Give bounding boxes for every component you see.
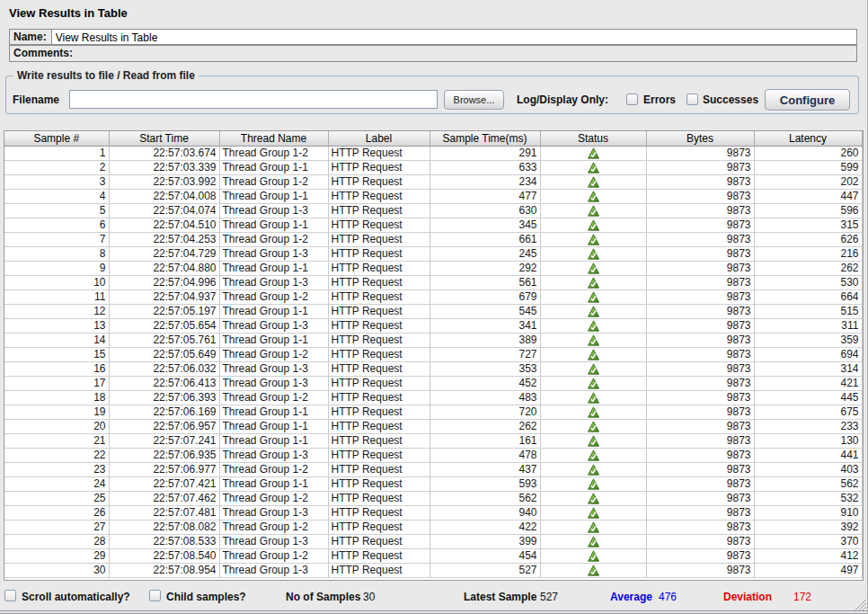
column-header-start-time[interactable]: Start Time (109, 131, 219, 146)
cell-status (540, 520, 646, 534)
resize-grip[interactable] (854, 598, 867, 612)
cell-status (540, 174, 646, 189)
table-row[interactable]: 15 22:57:05.649 Thread Group 1-2 HTTP Re… (4, 347, 862, 361)
table-row[interactable]: 29 22:57:08.540 Thread Group 1-2 HTTP Re… (4, 548, 862, 563)
cell-sample-time: 353 (430, 361, 540, 376)
table-viewport[interactable]: Sample # Start Time Thread Name Label Sa… (4, 130, 864, 581)
table-row[interactable]: 20 22:57:06.957 Thread Group 1-1 HTTP Re… (4, 419, 862, 433)
average-value: 476 (659, 591, 677, 603)
table-row[interactable]: 21 22:57:07.241 Thread Group 1-1 HTTP Re… (4, 433, 862, 448)
column-header-latency[interactable]: Latency (754, 131, 862, 146)
cell-label: HTTP Request (328, 146, 430, 160)
table-row[interactable]: 28 22:57:08.533 Thread Group 1-3 HTTP Re… (4, 534, 862, 548)
table-row[interactable]: 9 22:57:04.880 Thread Group 1-1 HTTP Req… (4, 261, 862, 275)
column-header-label[interactable]: Label (328, 131, 430, 146)
cell-label: HTTP Request (328, 390, 430, 405)
cell-label: HTTP Request (328, 534, 430, 548)
cell-sample-number: 23 (4, 462, 109, 476)
cell-sample-time: 633 (430, 160, 540, 174)
column-header-sample[interactable]: Sample # (4, 131, 109, 146)
cell-status (540, 246, 646, 261)
table-row[interactable]: 7 22:57:04.253 Thread Group 1-2 HTTP Req… (4, 232, 862, 246)
cell-label: HTTP Request (328, 563, 430, 577)
table-row[interactable]: 25 22:57:07.462 Thread Group 1-2 HTTP Re… (4, 491, 862, 505)
cell-sample-number: 10 (4, 275, 109, 289)
errors-checkbox[interactable] (626, 93, 638, 105)
configure-button[interactable]: Configure (765, 89, 850, 111)
browse-button[interactable]: Browse... (444, 90, 504, 110)
browse-button-label: Browse... (454, 94, 495, 105)
table-row[interactable]: 10 22:57:04.996 Thread Group 1-3 HTTP Re… (4, 275, 862, 289)
cell-start-time: 22:57:06.413 (109, 376, 219, 390)
success-icon (588, 349, 599, 360)
cell-thread-name: Thread Group 1-3 (219, 246, 328, 261)
table-row[interactable]: 13 22:57:05.654 Thread Group 1-3 HTTP Re… (4, 318, 862, 333)
table-row[interactable]: 12 22:57:05.197 Thread Group 1-1 HTTP Re… (4, 304, 862, 318)
cell-bytes: 9873 (646, 548, 754, 563)
table-row[interactable]: 2 22:57:03.339 Thread Group 1-1 HTTP Req… (4, 160, 862, 174)
cell-latency: 314 (754, 361, 862, 376)
table-row[interactable]: 3 22:57:03.992 Thread Group 1-2 HTTP Req… (4, 174, 862, 189)
cell-latency: 626 (754, 232, 862, 246)
table-row[interactable]: 27 22:57:08.082 Thread Group 1-2 HTTP Re… (4, 520, 862, 534)
table-row[interactable]: 16 22:57:06.032 Thread Group 1-3 HTTP Re… (4, 361, 862, 376)
table-row[interactable]: 5 22:57:04.074 Thread Group 1-3 HTTP Req… (4, 203, 862, 218)
child-samples-checkbox[interactable] (149, 590, 161, 602)
scroll-automatically-checkbox[interactable] (4, 590, 16, 602)
table-row[interactable]: 23 22:57:06.977 Thread Group 1-2 HTTP Re… (4, 462, 862, 476)
cell-latency: 216 (754, 246, 862, 261)
table-row[interactable]: 18 22:57:06.393 Thread Group 1-2 HTTP Re… (4, 390, 862, 405)
cell-start-time: 22:57:08.954 (109, 563, 219, 577)
cell-sample-time: 630 (430, 203, 540, 218)
column-header-sample-time[interactable]: Sample Time(ms) (430, 131, 540, 146)
cell-status (540, 318, 646, 333)
cell-sample-number: 16 (4, 361, 109, 376)
success-icon (588, 306, 599, 317)
comments-input[interactable] (77, 46, 856, 61)
cell-status (540, 534, 646, 548)
cell-label: HTTP Request (328, 174, 430, 189)
cell-sample-time: 452 (430, 376, 540, 390)
cell-bytes: 9873 (646, 232, 754, 246)
cell-sample-time: 483 (430, 390, 540, 405)
table-row[interactable]: 11 22:57:04.937 Thread Group 1-2 HTTP Re… (4, 289, 862, 304)
filename-label: Filename (13, 93, 59, 106)
cell-thread-name: Thread Group 1-3 (219, 563, 328, 577)
table-row[interactable]: 4 22:57:04.008 Thread Group 1-1 HTTP Req… (4, 189, 862, 203)
cell-label: HTTP Request (328, 505, 430, 520)
success-icon (588, 378, 599, 389)
cell-label: HTTP Request (328, 448, 430, 462)
cell-bytes: 9873 (646, 476, 754, 491)
cell-status (540, 376, 646, 390)
success-icon (588, 176, 599, 188)
table-row[interactable]: 30 22:57:08.954 Thread Group 1-3 HTTP Re… (4, 563, 862, 577)
table-row[interactable]: 19 22:57:06.169 Thread Group 1-1 HTTP Re… (4, 405, 862, 419)
success-icon (588, 219, 599, 231)
successes-checkbox[interactable] (686, 93, 698, 105)
table-row[interactable]: 26 22:57:07.481 Thread Group 1-3 HTTP Re… (4, 505, 862, 520)
cell-start-time: 22:57:04.074 (109, 203, 219, 218)
cell-sample-time: 291 (430, 146, 540, 160)
cell-thread-name: Thread Group 1-2 (219, 146, 328, 160)
cell-status (540, 462, 646, 476)
table-row[interactable]: 14 22:57:05.761 Thread Group 1-1 HTTP Re… (4, 333, 862, 347)
table-row[interactable]: 22 22:57:06.935 Thread Group 1-3 HTTP Re… (4, 448, 862, 462)
name-row: Name: (9, 29, 857, 45)
name-input[interactable] (51, 30, 856, 44)
table-row[interactable]: 24 22:57:07.421 Thread Group 1-1 HTTP Re… (4, 476, 862, 491)
table-row[interactable]: 17 22:57:06.413 Thread Group 1-3 HTTP Re… (4, 376, 862, 390)
table-row[interactable]: 8 22:57:04.729 Thread Group 1-3 HTTP Req… (4, 246, 862, 261)
table-row[interactable]: 1 22:57:03.674 Thread Group 1-2 HTTP Req… (4, 146, 862, 160)
cell-sample-number: 11 (4, 289, 109, 304)
table-row[interactable]: 6 22:57:04.510 Thread Group 1-1 HTTP Req… (4, 218, 862, 232)
filename-input[interactable] (69, 90, 438, 109)
cell-label: HTTP Request (328, 520, 430, 534)
column-header-status[interactable]: Status (540, 131, 646, 146)
cell-thread-name: Thread Group 1-1 (219, 261, 328, 275)
cell-thread-name: Thread Group 1-1 (219, 160, 328, 174)
cell-sample-time: 262 (430, 419, 540, 433)
cell-sample-time: 245 (430, 246, 540, 261)
cell-sample-number: 4 (4, 189, 109, 203)
column-header-thread-name[interactable]: Thread Name (219, 131, 328, 146)
column-header-bytes[interactable]: Bytes (646, 131, 754, 146)
